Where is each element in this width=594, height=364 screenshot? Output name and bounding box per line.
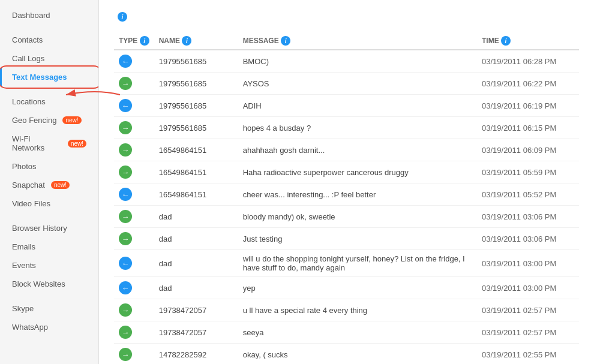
arrow-right-icon: →: [119, 166, 132, 179]
arrow-left-icon: ←: [119, 188, 132, 201]
cell-message-13: okay, ( sucks: [238, 344, 477, 365]
cell-type-8: →: [114, 228, 154, 250]
sidebar-item-whatsapp[interactable]: WhatsApp: [0, 318, 98, 336]
cell-time-11: 03/19/2011 02:57 PM: [477, 299, 579, 321]
table-row: →19795561685AYSOS03/19/2011 06:22 PM: [114, 73, 579, 95]
sidebar-label-wi-fi-networks: Wi-Fi Networks: [12, 134, 62, 152]
sidebar-item-locations[interactable]: Locations: [0, 92, 98, 111]
cell-type-2: ←: [114, 95, 154, 117]
cell-message-6: cheer was... interesting... :P feel bett…: [238, 183, 477, 206]
arrow-right-icon: →: [119, 121, 132, 134]
sidebar-item-browser-history[interactable]: Browser History: [0, 219, 98, 237]
cell-message-11: u ll have a special rate 4 every thing: [238, 299, 477, 321]
arrow-right-icon: →: [119, 303, 132, 317]
time-info-icon[interactable]: i: [501, 36, 511, 46]
cell-name-4: 16549864151: [154, 139, 238, 161]
cell-message-7: bloody mandy) ok, sweetie: [238, 206, 477, 228]
cell-type-6: ←: [114, 183, 154, 206]
arrow-left-icon: ←: [119, 281, 132, 294]
cell-name-12: 19738472057: [154, 321, 238, 344]
sidebar-label-block-websites: Block Websites: [12, 279, 65, 288]
message-info-icon[interactable]: i: [281, 36, 290, 46]
name-info-icon[interactable]: i: [182, 36, 191, 46]
cell-time-4: 03/19/2011 06:09 PM: [477, 139, 579, 161]
sidebar-label-video-files: Video Files: [12, 199, 50, 208]
badge-snapchat: new!: [51, 181, 70, 189]
sidebar-item-geo-fencing[interactable]: Geo Fencingnew!: [0, 111, 98, 130]
sidebar-label-whatsapp: WhatsApp: [12, 323, 48, 332]
table-row: ←19795561685BMOC)03/19/2011 06:28 PM: [114, 50, 579, 73]
cell-time-9: 03/19/2011 03:00 PM: [477, 250, 579, 277]
sidebar-item-block-websites[interactable]: Block Websites: [0, 275, 98, 293]
sidebar-item-text-messages[interactable]: Text Messages: [0, 68, 98, 86]
sms-info-icon[interactable]: i: [118, 12, 127, 22]
cell-type-7: →: [114, 206, 154, 228]
badge-wi-fi-networks: new!: [68, 140, 86, 148]
cell-time-3: 03/19/2011 06:15 PM: [477, 117, 579, 139]
cell-message-1: AYSOS: [238, 73, 477, 95]
table-row: →16549864151Haha radioactive superpower …: [114, 161, 579, 183]
sidebar-item-call-logs[interactable]: Call Logs: [0, 49, 98, 68]
cell-type-12: →: [114, 321, 154, 344]
sidebar-label-browser-history: Browser History: [12, 224, 67, 233]
cell-message-12: seeya: [238, 321, 477, 344]
cell-name-2: 19795561685: [154, 95, 238, 117]
arrow-left-icon: ←: [119, 257, 132, 270]
cell-message-5: Haha radioactive superpower cancerous dr…: [238, 161, 477, 183]
sidebar-label-locations: Locations: [12, 97, 46, 106]
table-row: ←16549864151cheer was... interesting... …: [114, 183, 579, 206]
sidebar-item-dashboard[interactable]: Dashboard: [0, 6, 98, 25]
cell-message-0: BMOC): [238, 50, 477, 73]
sidebar-item-snapchat[interactable]: Snapchatnew!: [0, 176, 98, 194]
page-title: i: [114, 12, 579, 22]
arrow-left-icon: ←: [119, 99, 132, 112]
cell-time-7: 03/19/2011 03:06 PM: [477, 206, 579, 228]
table-row: →dadJust testing03/19/2011 03:06 PM: [114, 228, 579, 250]
sidebar-label-photos: Photos: [12, 162, 36, 171]
cell-type-10: ←: [114, 277, 154, 299]
cell-time-2: 03/19/2011 06:19 PM: [477, 95, 579, 117]
cell-time-13: 03/19/2011 02:55 PM: [477, 344, 579, 365]
table-row: ←19795561685ADIH03/19/2011 06:19 PM: [114, 95, 579, 117]
cell-time-12: 03/19/2011 02:57 PM: [477, 321, 579, 344]
cell-type-4: →: [114, 139, 154, 161]
table-body: ←19795561685BMOC)03/19/2011 06:28 PM→197…: [114, 50, 579, 364]
arrow-right-icon: →: [119, 77, 132, 90]
table-row: →19795561685hopes 4 a busday ?03/19/2011…: [114, 117, 579, 139]
sidebar-item-video-files[interactable]: Video Files: [0, 194, 98, 213]
col-time: TIME i: [477, 32, 579, 50]
cell-name-13: 14782282592: [154, 344, 238, 365]
arrow-right-icon: →: [119, 210, 132, 223]
badge-geo-fencing: new!: [62, 116, 81, 124]
table-row: →dadbloody mandy) ok, sweetie03/19/2011 …: [114, 206, 579, 228]
table-row: →16549864151ahahhaah gosh darnit...03/19…: [114, 139, 579, 161]
sidebar-item-contacts[interactable]: Contacts: [0, 31, 98, 49]
cell-time-10: 03/19/2011 03:00 PM: [477, 277, 579, 299]
cell-name-6: 16549864151: [154, 183, 238, 206]
cell-type-11: →: [114, 299, 154, 321]
cell-message-2: ADIH: [238, 95, 477, 117]
cell-name-3: 19795561685: [154, 117, 238, 139]
arrow-right-icon: →: [119, 348, 132, 361]
sidebar-item-skype[interactable]: Skype: [0, 299, 98, 318]
sidebar-label-contacts: Contacts: [12, 35, 43, 44]
cell-type-0: ←: [114, 50, 154, 73]
cell-type-1: →: [114, 73, 154, 95]
sidebar-item-wi-fi-networks[interactable]: Wi-Fi Networksnew!: [0, 130, 98, 157]
table-row: →19738472057u ll have a special rate 4 e…: [114, 299, 579, 321]
cell-time-8: 03/19/2011 03:06 PM: [477, 228, 579, 250]
sidebar-item-events[interactable]: Events: [0, 256, 98, 275]
cell-name-7: dad: [154, 206, 238, 228]
sidebar-item-emails[interactable]: Emails: [0, 237, 98, 256]
sidebar: DashboardContactsCall LogsText MessagesL…: [0, 0, 99, 364]
sidebar-label-skype: Skype: [12, 304, 34, 313]
cell-message-8: Just testing: [238, 228, 477, 250]
main-content: i TYPE i NAME i MESSAGE i TIME i ←197955…: [99, 0, 594, 364]
col-name: NAME i: [154, 32, 238, 50]
sidebar-item-photos[interactable]: Photos: [0, 157, 98, 176]
type-info-icon[interactable]: i: [140, 36, 149, 46]
table-header: TYPE i NAME i MESSAGE i TIME i: [114, 32, 579, 50]
cell-message-9: will u do the shopping tonight yurself, …: [238, 250, 477, 277]
cell-message-4: ahahhaah gosh darnit...: [238, 139, 477, 161]
sms-table: TYPE i NAME i MESSAGE i TIME i ←19795561…: [114, 32, 579, 364]
